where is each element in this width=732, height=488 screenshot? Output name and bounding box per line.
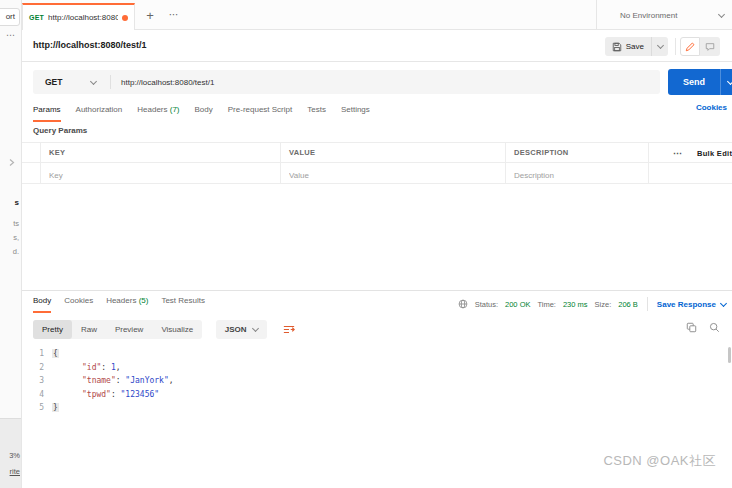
key-input[interactable]	[49, 166, 268, 183]
send-options-button[interactable]	[721, 81, 732, 84]
status-value: 200 OK	[505, 300, 530, 309]
environment-selector[interactable]: No Environment	[608, 0, 732, 30]
chevron-down-icon	[251, 325, 258, 332]
request-subtabs: Params Authorization Headers (7) Body Pr…	[22, 100, 732, 122]
tab-params[interactable]: Params	[33, 100, 61, 122]
save-button[interactable]: Save	[605, 37, 668, 56]
sidebar: ort ⋯ s ts s, d. 3% rite	[0, 0, 22, 488]
tab-url-label: http://localhost:8080/t	[48, 13, 118, 22]
copy-icon[interactable]	[686, 322, 697, 333]
view-mode-switcher: Pretty Raw Preview Visualize	[33, 320, 202, 339]
view-visualize[interactable]: Visualize	[152, 320, 202, 339]
table-row	[22, 163, 732, 184]
description-input[interactable]	[514, 166, 641, 183]
request-title-row: http://localhost:8080/test/1 Save	[22, 30, 732, 62]
status-label: Status:	[475, 300, 498, 309]
response-tab-test-results[interactable]: Test Results	[161, 291, 205, 313]
chevron-right-icon[interactable]	[8, 158, 15, 167]
url-bar: GET http://localhost:8080/test/1	[33, 70, 660, 94]
tab-tests[interactable]: Tests	[307, 100, 326, 122]
open-brace: {	[52, 349, 59, 358]
bulk-edit-button[interactable]: Bulk Edit	[697, 143, 732, 162]
view-pretty[interactable]: Pretty	[33, 320, 72, 339]
view-preview[interactable]: Preview	[106, 320, 152, 339]
title-actions	[680, 37, 720, 56]
tab-options-icon[interactable]: ⋯	[164, 6, 184, 26]
sidebar-text-fragment: ts	[13, 219, 19, 228]
send-button[interactable]: Send	[668, 69, 732, 95]
tab-pre-request-script[interactable]: Pre-request Script	[228, 100, 292, 122]
globe-icon[interactable]	[458, 299, 468, 309]
json-comma: ,	[116, 363, 121, 372]
tab-headers-label: Headers	[137, 105, 167, 114]
json-colon: :	[111, 390, 121, 399]
comment-button[interactable]	[700, 37, 720, 56]
unsaved-dot-icon	[122, 15, 128, 21]
import-button[interactable]: ort	[0, 8, 20, 26]
tab-settings[interactable]: Settings	[341, 100, 370, 122]
sidebar-text-fragment: s,	[13, 233, 19, 242]
save-options-button[interactable]	[652, 37, 668, 56]
time-value: 230 ms	[563, 300, 588, 309]
sidebar-footer: 3% rite	[0, 418, 22, 488]
watermark: CSDN @OAK社区	[603, 452, 716, 470]
description-column-header: DESCRIPTION	[505, 143, 648, 162]
new-tab-button[interactable]: +	[140, 6, 160, 26]
view-raw[interactable]: Raw	[72, 320, 106, 339]
response-meta: Status: 200 OK Time: 230 ms Size: 206 B …	[458, 291, 732, 317]
cookies-link[interactable]: Cookies	[696, 103, 727, 112]
method-select[interactable]: GET	[33, 77, 91, 87]
chevron-down-icon	[718, 10, 725, 17]
save-icon	[612, 42, 622, 52]
response-tab-headers-count: (5)	[139, 296, 149, 305]
sidebar-more-icon[interactable]: ⋯	[0, 30, 22, 40]
key-column-header: KEY	[40, 143, 280, 162]
tab-headers[interactable]: Headers (7)	[137, 100, 179, 122]
json-key: "tpwd"	[82, 390, 111, 399]
time-label: Time:	[537, 300, 555, 309]
chevron-down-icon	[90, 77, 97, 84]
value-input[interactable]	[289, 166, 494, 183]
line-number: 5	[22, 401, 52, 415]
edit-button[interactable]	[680, 37, 700, 56]
code-line: 3 "tname": "JanYork",	[22, 374, 732, 388]
invite-link[interactable]: rite	[10, 467, 20, 476]
url-input[interactable]: http://localhost:8080/test/1	[111, 78, 214, 87]
code-line: 1 {	[22, 347, 732, 361]
json-key: "id"	[82, 363, 101, 372]
save-response-label: Save Response	[657, 300, 716, 309]
table-more-icon[interactable]: ⋯	[673, 143, 683, 162]
checkbox-column-header	[22, 143, 40, 162]
tab-authorization[interactable]: Authorization	[76, 100, 123, 122]
query-params-table: KEY VALUE DESCRIPTION ⋯ Bulk Edit	[22, 142, 732, 184]
json-colon: :	[116, 376, 126, 385]
tab-headers-count: (7)	[170, 105, 180, 114]
divider	[647, 297, 648, 311]
save-response-button[interactable]: Save Response	[657, 300, 726, 309]
scrollbar[interactable]	[728, 347, 731, 363]
code-line: 5 }	[22, 401, 732, 415]
line-number: 1	[22, 347, 52, 361]
divider	[596, 0, 597, 30]
json-colon: :	[101, 363, 111, 372]
table-actions: ⋯ Bulk Edit	[648, 143, 732, 162]
save-button-label: Save	[626, 42, 644, 51]
row-handle-cell	[22, 163, 40, 183]
chevron-down-icon	[726, 77, 732, 84]
line-number: 3	[22, 374, 52, 388]
format-select[interactable]: JSON	[216, 320, 267, 339]
tab-body[interactable]: Body	[195, 100, 213, 122]
json-value: "JanYork"	[125, 376, 168, 385]
response-tab-body[interactable]: Body	[33, 291, 51, 313]
beautify-button[interactable]	[279, 320, 299, 339]
sidebar-text-fragment: s	[15, 198, 19, 207]
search-icon[interactable]	[709, 322, 720, 333]
size-label: Size:	[595, 300, 612, 309]
tab-method-label: GET	[29, 14, 44, 21]
pencil-icon	[685, 42, 695, 52]
request-tab-bar: GET http://localhost:8080/t + ⋯ No Envir…	[22, 0, 732, 30]
response-tab-cookies[interactable]: Cookies	[64, 291, 93, 313]
response-tab-headers[interactable]: Headers (5)	[106, 291, 148, 313]
request-tab[interactable]: GET http://localhost:8080/t	[22, 3, 135, 30]
json-key: "tname"	[82, 376, 116, 385]
